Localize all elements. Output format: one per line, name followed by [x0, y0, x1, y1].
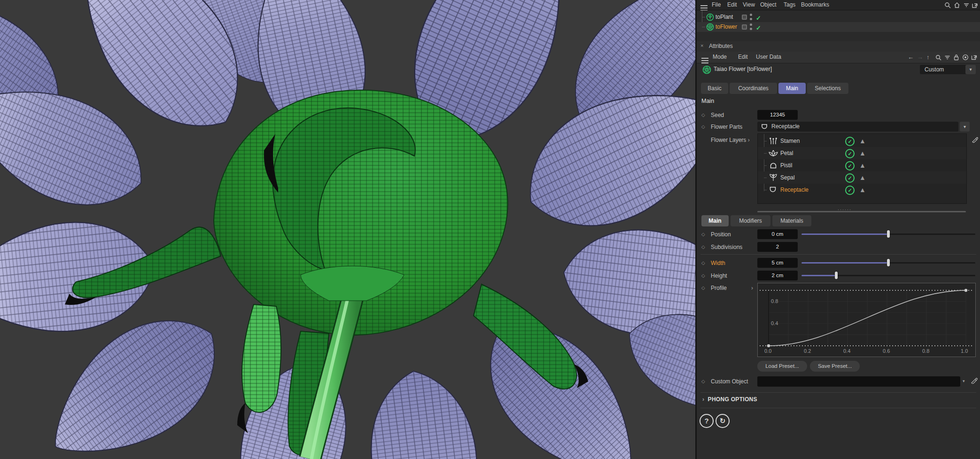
- object-row-toflower[interactable]: toFlower ✓: [697, 22, 980, 32]
- flower-parts-dropdown-arrow[interactable]: ▾: [960, 122, 970, 132]
- layer-enabled-icon[interactable]: ✓: [845, 173, 855, 183]
- edit-toggle-icon[interactable]: [742, 15, 747, 20]
- layer-enabled-icon[interactable]: ✓: [845, 149, 855, 158]
- preset-dropdown-arrow[interactable]: ▾: [965, 65, 976, 74]
- subdivisions-input[interactable]: 2: [757, 242, 798, 252]
- tab-main[interactable]: Main: [778, 83, 806, 94]
- toolbar-mode[interactable]: Mode: [713, 54, 727, 60]
- save-preset-button[interactable]: Save Preset...: [810, 361, 860, 372]
- position-slider[interactable]: [801, 229, 975, 239]
- open-window-icon[interactable]: [971, 54, 977, 60]
- load-preset-button[interactable]: Load Preset...: [757, 361, 807, 372]
- search-icon[interactable]: [935, 54, 941, 61]
- flower-parts-dropdown[interactable]: Receptacle: [757, 122, 958, 132]
- subtab-materials[interactable]: Materials: [772, 215, 811, 226]
- edit-toggle-icon[interactable]: [742, 24, 747, 30]
- close-icon[interactable]: ×: [700, 43, 703, 48]
- visibility-dot-top[interactable]: [750, 23, 752, 26]
- back-arrow-icon[interactable]: ←: [908, 54, 914, 61]
- tab-selections[interactable]: Selections: [807, 83, 848, 94]
- width-input[interactable]: 5 cm: [757, 258, 798, 268]
- receptacle-icon: [761, 124, 768, 130]
- x-tick: 0.2: [804, 348, 811, 354]
- preset-dropdown[interactable]: Custom: [920, 65, 968, 74]
- attributes-toolbar: Mode Edit User Data ← → ↑: [697, 52, 980, 63]
- profile-spline-editor[interactable]: 0.8 0.4 0.0 0.2 0.4 0.6 0.8 1.0: [757, 283, 976, 357]
- layer-name[interactable]: Stamen: [780, 135, 800, 147]
- menu-edit[interactable]: Edit: [727, 1, 737, 8]
- tab-coordinates[interactable]: Coordinates: [730, 83, 777, 94]
- object-row-toplant[interactable]: toPlant ✓: [697, 12, 980, 22]
- up-arrow-icon[interactable]: ↑: [926, 54, 930, 61]
- custom-object-dropdown-arrow[interactable]: ▾: [963, 379, 965, 383]
- filter-icon[interactable]: [944, 54, 950, 61]
- toolbar-edit[interactable]: Edit: [738, 54, 748, 60]
- seed-label: Seed: [711, 112, 724, 118]
- layer-row-receptacle[interactable]: Receptacle ✓ ▲: [758, 184, 966, 196]
- search-icon[interactable]: [944, 2, 951, 8]
- layer-row-pistil[interactable]: Pistil ✓ ▲: [758, 159, 966, 171]
- layer-enabled-icon[interactable]: ✓: [845, 161, 855, 171]
- layer-triangle-icon[interactable]: ▲: [859, 171, 866, 184]
- visibility-dot-bottom[interactable]: [750, 28, 752, 30]
- layer-row-stamen[interactable]: Stamen ✓ ▲: [758, 135, 966, 147]
- open-window-icon[interactable]: [972, 2, 978, 8]
- filter-icon[interactable]: [963, 2, 970, 8]
- menu-hamburger-icon[interactable]: [700, 4, 708, 11]
- horizontal-scrollbar[interactable]: [757, 211, 966, 212]
- tab-basic[interactable]: Basic: [701, 83, 728, 94]
- diamond-icon: ◇: [701, 273, 705, 278]
- enabled-check-icon[interactable]: ✓: [756, 23, 761, 33]
- visibility-dot-top[interactable]: [750, 14, 752, 16]
- toolbar-user-data[interactable]: User Data: [756, 54, 781, 60]
- height-input[interactable]: 2 cm: [757, 271, 798, 280]
- visibility-dot-bottom[interactable]: [750, 18, 752, 20]
- help-button[interactable]: ?: [700, 414, 714, 428]
- subdivisions-label: Subdivisions: [711, 244, 742, 250]
- attributes-menu-icon[interactable]: [701, 57, 708, 63]
- layer-enabled-icon[interactable]: ✓: [845, 186, 855, 195]
- eyedropper-icon[interactable]: [971, 377, 978, 384]
- home-icon[interactable]: [954, 2, 960, 8]
- menu-object[interactable]: Object: [760, 1, 777, 8]
- layer-triangle-icon[interactable]: ▲: [859, 147, 866, 159]
- subtab-main[interactable]: Main: [701, 215, 729, 226]
- focus-target-icon[interactable]: [962, 54, 969, 61]
- viewport-3d[interactable]: [0, 0, 697, 459]
- menu-bookmarks[interactable]: Bookmarks: [801, 1, 829, 8]
- reset-button[interactable]: ↻: [716, 414, 730, 428]
- profile-expander[interactable]: ›: [751, 285, 753, 291]
- width-label: Width: [711, 260, 725, 266]
- object-name[interactable]: toFlower: [716, 22, 737, 32]
- menu-tags[interactable]: Tags: [784, 1, 795, 8]
- layer-name[interactable]: Petal: [780, 147, 793, 159]
- position-input[interactable]: 0 cm: [757, 229, 798, 239]
- width-slider[interactable]: [801, 258, 975, 267]
- divider: [700, 254, 976, 255]
- attributes-tab[interactable]: Attributes: [709, 43, 733, 49]
- menu-view[interactable]: View: [743, 1, 755, 8]
- object-title-row: Taiao Flower [toFlower] Custom ▾: [697, 64, 980, 76]
- phong-options-header[interactable]: › PHONG OPTIONS: [702, 396, 757, 403]
- layer-name[interactable]: Sepal: [780, 171, 795, 184]
- layer-enabled-icon[interactable]: ✓: [845, 137, 855, 146]
- layer-name[interactable]: Receptacle: [780, 184, 809, 196]
- layer-row-sepal[interactable]: Sepal ✓ ▲: [758, 171, 966, 184]
- seed-input[interactable]: 12345: [757, 110, 798, 120]
- lock-icon[interactable]: [953, 54, 959, 61]
- layer-name[interactable]: Pistil: [780, 159, 792, 171]
- object-name[interactable]: toPlant: [716, 12, 733, 22]
- enabled-check-icon[interactable]: ✓: [756, 13, 761, 23]
- layer-triangle-icon[interactable]: ▲: [859, 135, 866, 147]
- pick-pen-icon[interactable]: [972, 136, 978, 143]
- forward-arrow-icon[interactable]: →: [917, 54, 923, 61]
- menu-file[interactable]: File: [712, 1, 721, 8]
- layer-triangle-icon[interactable]: ▲: [859, 184, 866, 196]
- section-title: Main: [701, 98, 714, 104]
- subtab-modifiers[interactable]: Modifiers: [731, 215, 770, 226]
- layer-row-petal[interactable]: Petal ✓ ▲: [758, 147, 966, 159]
- custom-object-input[interactable]: [757, 376, 960, 387]
- diamond-icon: ◇: [701, 285, 705, 290]
- layer-triangle-icon[interactable]: ▲: [859, 159, 866, 171]
- height-slider[interactable]: [801, 271, 975, 280]
